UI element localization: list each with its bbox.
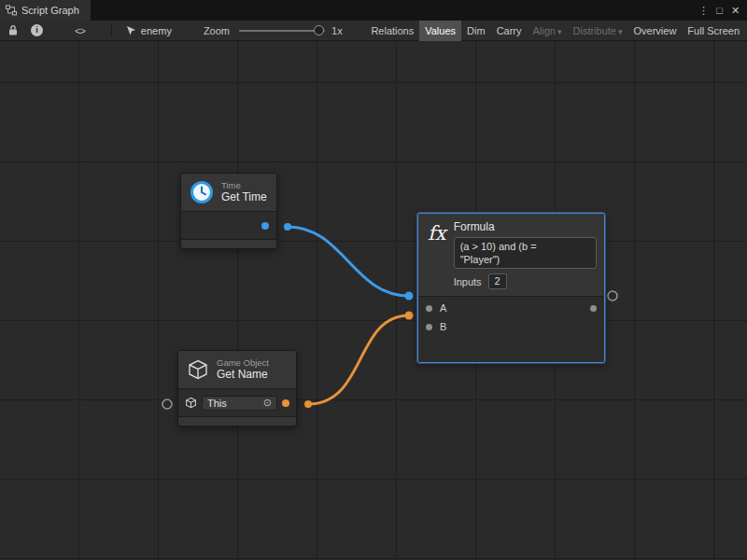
graph-name-label[interactable]: enemy [141, 25, 172, 36]
wire-gettime-to-formula-a[interactable] [288, 227, 409, 296]
getname-target-input-ring[interactable] [162, 399, 172, 409]
formula-inputs-count-field[interactable]: 2 [488, 273, 507, 289]
titlebar: Script Graph ⋮ □ ✕ [0, 0, 747, 21]
wire-blue-end-cap [405, 292, 414, 301]
chevron-down-icon: ▾ [618, 27, 623, 36]
zoom-slider[interactable] [239, 21, 325, 41]
zoom-value: 1x [331, 25, 343, 36]
script-graph-icon [6, 5, 17, 16]
lock-icon[interactable] [7, 21, 20, 41]
clock-icon [190, 180, 214, 204]
node-get-name[interactable]: Game Object Get Name This ⊙ [177, 350, 297, 427]
graph-toolbar: i <> enemy Zoom 1x Relations Values Dim … [0, 21, 747, 41]
game-object-cube-icon [187, 358, 209, 381]
wire-layer [0, 41, 747, 560]
align-button[interactable]: Align▾ [528, 21, 568, 41]
wire-blue-start-cap [284, 223, 291, 231]
formula-fx-icon: fx [428, 219, 446, 289]
formula-input-port-a[interactable] [426, 305, 432, 312]
formula-port-a-label: A [440, 302, 446, 314]
code-icon[interactable]: <> [75, 21, 85, 41]
formula-title: Formula [454, 220, 597, 233]
node-get-time[interactable]: Time Get Time [180, 173, 277, 249]
formula-expression-line2: "Player") [460, 253, 590, 266]
get-time-category: Time [221, 180, 267, 190]
overview-button[interactable]: Overview [628, 21, 683, 41]
formula-expression-line1: (a > 10) and (b = [460, 240, 590, 253]
formula-input-port-b[interactable] [426, 324, 432, 330]
formula-output-port[interactable] [590, 305, 597, 312]
target-cube-icon [185, 397, 197, 409]
formula-expression-field[interactable]: (a > 10) and (b = "Player") [454, 237, 597, 269]
formula-port-b-label: B [440, 321, 446, 332]
get-name-category: Game Object [217, 357, 269, 368]
zoom-slider-track[interactable] [239, 30, 325, 32]
get-time-title: Get Time [221, 190, 267, 204]
maximize-icon[interactable]: □ [712, 0, 727, 21]
formula-port-row-b: B [426, 317, 597, 336]
distribute-button[interactable]: Distribute▾ [568, 21, 628, 41]
close-icon[interactable]: ✕ [727, 0, 743, 21]
node-formula[interactable]: fx Formula (a > 10) and (b = "Player") I… [417, 213, 605, 363]
values-button[interactable]: Values [419, 21, 461, 41]
info-icon[interactable]: i [31, 24, 43, 36]
toolbar-buttons: Relations Values Dim Carry Align▾ Distri… [365, 21, 747, 41]
formula-inputs-label: Inputs [454, 276, 482, 287]
chevron-down-icon: ▾ [557, 27, 562, 36]
graph-canvas[interactable]: Time Get Time fx Formula (a > 10) and (b… [0, 41, 747, 560]
get-name-port-section: This ⊙ [178, 388, 296, 416]
formula-header[interactable]: fx Formula (a > 10) and (b = "Player") I… [418, 214, 604, 296]
wire-orange-start-cap [304, 400, 312, 408]
get-time-header[interactable]: Time Get Time [181, 174, 276, 211]
object-picker-icon[interactable]: ⊙ [263, 398, 272, 408]
window-title: Script Graph [21, 5, 79, 16]
get-time-footer [181, 239, 276, 248]
full-screen-button[interactable]: Full Screen [682, 21, 745, 41]
formula-bottom-area [418, 338, 604, 362]
dim-button[interactable]: Dim [461, 21, 491, 41]
relations-button[interactable]: Relations [365, 21, 419, 41]
get-name-title: Get Name [217, 368, 269, 382]
zoom-label: Zoom [204, 25, 230, 36]
get-name-target-value: This [207, 398, 227, 409]
get-time-output-port[interactable] [261, 222, 269, 230]
get-name-footer [178, 416, 296, 426]
formula-port-row-a: A [426, 299, 597, 317]
wire-getname-to-formula-b[interactable] [308, 315, 409, 404]
window-controls: ⋮ □ ✕ [696, 0, 747, 21]
wire-orange-end-cap [405, 312, 414, 320]
get-name-target-dropdown[interactable]: This ⊙ [202, 396, 277, 411]
tab-script-graph[interactable]: Script Graph [0, 0, 91, 21]
get-time-port-section [181, 211, 276, 239]
graph-pointer-icon [125, 21, 138, 41]
get-name-output-port[interactable] [282, 399, 289, 407]
toolbar-separator [111, 24, 112, 37]
formula-port-section: A B [418, 296, 604, 338]
window-menu-kebab-icon[interactable]: ⋮ [696, 0, 712, 21]
formula-result-output-ring[interactable] [608, 291, 617, 301]
carry-button[interactable]: Carry [491, 21, 528, 41]
zoom-slider-handle[interactable] [314, 25, 324, 35]
get-name-header[interactable]: Game Object Get Name [178, 351, 296, 388]
